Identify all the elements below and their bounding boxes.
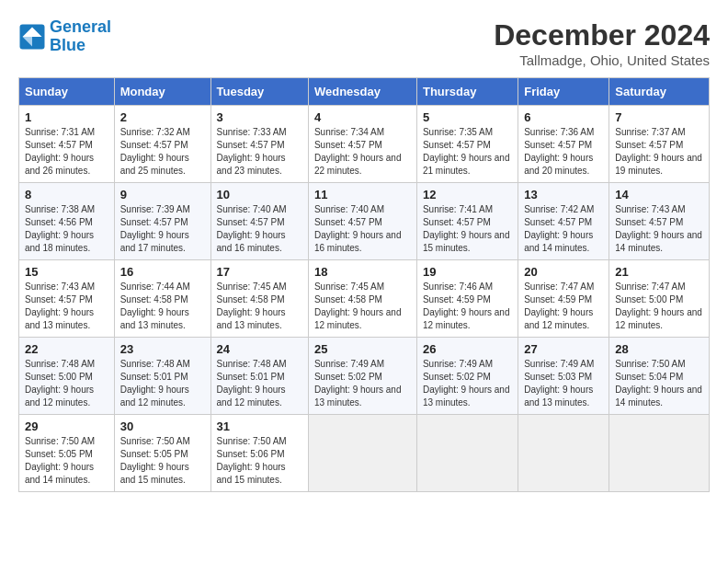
logo-text: General Blue [50, 18, 111, 55]
day-number: 25 [314, 342, 411, 356]
day-info: Sunrise: 7:39 AM Sunset: 4:57 PM Dayligh… [120, 203, 205, 255]
logo-line1: General [50, 17, 111, 36]
day-info: Sunrise: 7:36 AM Sunset: 4:57 PM Dayligh… [524, 126, 603, 178]
day-info: Sunrise: 7:40 AM Sunset: 4:57 PM Dayligh… [314, 203, 411, 255]
day-number: 9 [120, 188, 205, 201]
day-number: 22 [25, 342, 108, 356]
calendar-cell: 5Sunrise: 7:35 AM Sunset: 4:57 PM Daylig… [416, 106, 518, 183]
calendar-cell: 15Sunrise: 7:43 AM Sunset: 4:57 PM Dayli… [19, 260, 115, 338]
title-area: December 2024 Tallmadge, Ohio, United St… [494, 18, 710, 68]
day-number: 15 [25, 265, 108, 279]
day-info: Sunrise: 7:48 AM Sunset: 5:00 PM Dayligh… [25, 358, 108, 409]
day-number: 26 [423, 342, 512, 356]
day-info: Sunrise: 7:49 AM Sunset: 5:03 PM Dayligh… [524, 358, 603, 409]
day-info: Sunrise: 7:35 AM Sunset: 4:57 PM Dayligh… [423, 126, 512, 178]
calendar-cell: 4Sunrise: 7:34 AM Sunset: 4:57 PM Daylig… [308, 106, 416, 183]
day-info: Sunrise: 7:45 AM Sunset: 4:58 PM Dayligh… [217, 281, 302, 332]
day-number: 2 [120, 110, 205, 124]
day-info: Sunrise: 7:50 AM Sunset: 5:05 PM Dayligh… [25, 435, 108, 487]
calendar-cell: 29Sunrise: 7:50 AM Sunset: 5:05 PM Dayli… [19, 415, 115, 492]
day-info: Sunrise: 7:49 AM Sunset: 5:02 PM Dayligh… [423, 358, 512, 409]
calendar-cell: 13Sunrise: 7:42 AM Sunset: 4:57 PM Dayli… [518, 183, 609, 260]
day-number: 10 [217, 188, 302, 201]
day-info: Sunrise: 7:47 AM Sunset: 4:59 PM Dayligh… [524, 281, 603, 332]
day-number: 12 [423, 188, 512, 201]
column-header-sunday: Sunday [19, 78, 115, 106]
day-number: 23 [120, 342, 205, 356]
week-row-2: 8Sunrise: 7:38 AM Sunset: 4:56 PM Daylig… [19, 183, 710, 260]
day-number: 13 [524, 188, 603, 201]
day-number: 20 [524, 265, 603, 279]
calendar-cell: 31Sunrise: 7:50 AM Sunset: 5:06 PM Dayli… [210, 415, 308, 492]
day-number: 29 [25, 419, 108, 433]
day-info: Sunrise: 7:48 AM Sunset: 5:01 PM Dayligh… [217, 358, 302, 409]
day-info: Sunrise: 7:34 AM Sunset: 4:57 PM Dayligh… [314, 126, 411, 178]
calendar-cell: 18Sunrise: 7:45 AM Sunset: 4:58 PM Dayli… [308, 260, 416, 338]
day-number: 3 [217, 110, 302, 124]
calendar-cell: 27Sunrise: 7:49 AM Sunset: 5:03 PM Dayli… [518, 338, 609, 415]
day-info: Sunrise: 7:37 AM Sunset: 4:57 PM Dayligh… [615, 126, 703, 178]
column-header-saturday: Saturday [609, 78, 710, 106]
day-number: 5 [423, 110, 512, 124]
calendar-cell: 23Sunrise: 7:48 AM Sunset: 5:01 PM Dayli… [114, 338, 210, 415]
day-number: 8 [25, 188, 108, 201]
day-number: 27 [524, 342, 603, 356]
day-info: Sunrise: 7:45 AM Sunset: 4:58 PM Dayligh… [314, 281, 411, 332]
calendar-cell [308, 415, 416, 492]
calendar-cell: 3Sunrise: 7:33 AM Sunset: 4:57 PM Daylig… [210, 106, 308, 183]
day-info: Sunrise: 7:49 AM Sunset: 5:02 PM Dayligh… [314, 358, 411, 409]
day-info: Sunrise: 7:44 AM Sunset: 4:58 PM Dayligh… [120, 281, 205, 332]
day-info: Sunrise: 7:50 AM Sunset: 5:04 PM Dayligh… [615, 358, 703, 409]
day-number: 1 [25, 110, 108, 124]
logo-icon [18, 23, 46, 51]
day-number: 6 [524, 110, 603, 124]
column-header-monday: Monday [114, 78, 210, 106]
week-row-1: 1Sunrise: 7:31 AM Sunset: 4:57 PM Daylig… [19, 106, 710, 183]
column-header-tuesday: Tuesday [210, 78, 308, 106]
column-header-wednesday: Wednesday [308, 78, 416, 106]
day-number: 14 [615, 188, 703, 201]
calendar-cell: 17Sunrise: 7:45 AM Sunset: 4:58 PM Dayli… [210, 260, 308, 338]
calendar-cell: 21Sunrise: 7:47 AM Sunset: 5:00 PM Dayli… [609, 260, 710, 338]
calendar-cell: 20Sunrise: 7:47 AM Sunset: 4:59 PM Dayli… [518, 260, 609, 338]
calendar-cell: 24Sunrise: 7:48 AM Sunset: 5:01 PM Dayli… [210, 338, 308, 415]
day-info: Sunrise: 7:40 AM Sunset: 4:57 PM Dayligh… [217, 203, 302, 255]
calendar-cell: 7Sunrise: 7:37 AM Sunset: 4:57 PM Daylig… [609, 106, 710, 183]
day-number: 30 [120, 419, 205, 433]
calendar-cell: 28Sunrise: 7:50 AM Sunset: 5:04 PM Dayli… [609, 338, 710, 415]
day-number: 28 [615, 342, 703, 356]
day-number: 19 [423, 265, 512, 279]
day-number: 11 [314, 188, 411, 201]
day-number: 18 [314, 265, 411, 279]
day-info: Sunrise: 7:47 AM Sunset: 5:00 PM Dayligh… [615, 281, 703, 332]
week-row-5: 29Sunrise: 7:50 AM Sunset: 5:05 PM Dayli… [19, 415, 710, 492]
calendar-cell: 30Sunrise: 7:50 AM Sunset: 5:05 PM Dayli… [114, 415, 210, 492]
day-number: 7 [615, 110, 703, 124]
day-info: Sunrise: 7:50 AM Sunset: 5:06 PM Dayligh… [217, 435, 302, 487]
day-info: Sunrise: 7:43 AM Sunset: 4:57 PM Dayligh… [615, 203, 703, 255]
calendar-cell: 26Sunrise: 7:49 AM Sunset: 5:02 PM Dayli… [416, 338, 518, 415]
main-title: December 2024 [494, 18, 710, 52]
calendar-table: SundayMondayTuesdayWednesdayThursdayFrid… [18, 77, 710, 492]
week-row-3: 15Sunrise: 7:43 AM Sunset: 4:57 PM Dayli… [19, 260, 710, 338]
calendar-cell: 25Sunrise: 7:49 AM Sunset: 5:02 PM Dayli… [308, 338, 416, 415]
day-info: Sunrise: 7:33 AM Sunset: 4:57 PM Dayligh… [217, 126, 302, 178]
calendar-cell: 11Sunrise: 7:40 AM Sunset: 4:57 PM Dayli… [308, 183, 416, 260]
calendar-cell: 12Sunrise: 7:41 AM Sunset: 4:57 PM Dayli… [416, 183, 518, 260]
day-info: Sunrise: 7:41 AM Sunset: 4:57 PM Dayligh… [423, 203, 512, 255]
subtitle: Tallmadge, Ohio, United States [494, 52, 710, 68]
day-number: 17 [217, 265, 302, 279]
calendar-cell: 22Sunrise: 7:48 AM Sunset: 5:00 PM Dayli… [19, 338, 115, 415]
day-info: Sunrise: 7:50 AM Sunset: 5:05 PM Dayligh… [120, 435, 205, 487]
logo: General Blue [18, 18, 111, 55]
column-header-friday: Friday [518, 78, 609, 106]
calendar-cell: 16Sunrise: 7:44 AM Sunset: 4:58 PM Dayli… [114, 260, 210, 338]
calendar-cell: 2Sunrise: 7:32 AM Sunset: 4:57 PM Daylig… [114, 106, 210, 183]
calendar-cell [609, 415, 710, 492]
calendar-header-row: SundayMondayTuesdayWednesdayThursdayFrid… [19, 78, 710, 106]
calendar-cell: 6Sunrise: 7:36 AM Sunset: 4:57 PM Daylig… [518, 106, 609, 183]
day-number: 16 [120, 265, 205, 279]
day-info: Sunrise: 7:43 AM Sunset: 4:57 PM Dayligh… [25, 281, 108, 332]
day-info: Sunrise: 7:42 AM Sunset: 4:57 PM Dayligh… [524, 203, 603, 255]
day-number: 21 [615, 265, 703, 279]
